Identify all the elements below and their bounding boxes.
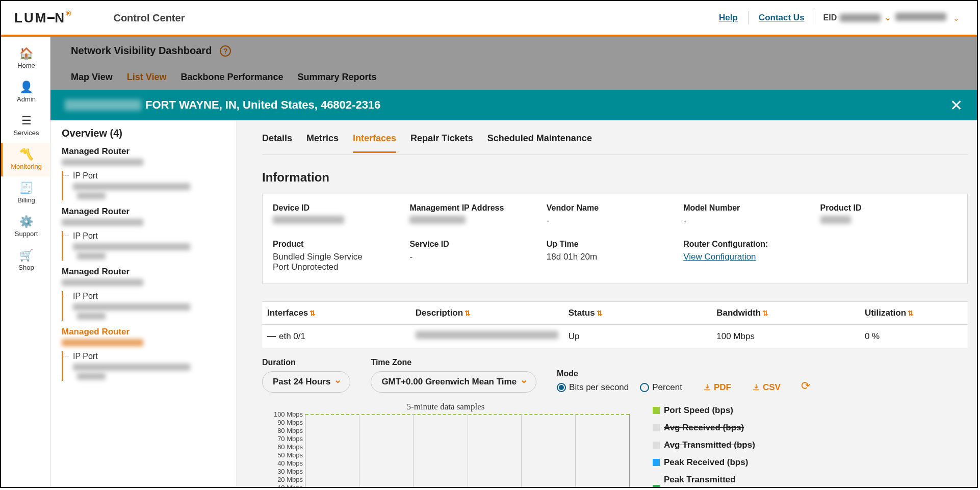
nav-services[interactable]: ☰ Services: [1, 109, 50, 143]
brand-label: Control Center: [113, 12, 185, 24]
info-value: -: [409, 252, 546, 262]
router-item-active[interactable]: Managed Router: [62, 327, 227, 346]
ip-port-item[interactable]: IP Port: [73, 171, 227, 200]
nav-billing[interactable]: 🧾 Billing: [1, 176, 50, 210]
mgmt-ip-redacted: [409, 216, 466, 224]
legend-item[interactable]: Avg Received (bps): [653, 419, 759, 436]
router-label: Managed Router: [62, 327, 227, 337]
col-interfaces[interactable]: Interfaces⇅: [262, 302, 410, 325]
chart: 5-minute data samples 100 Mbps: [262, 402, 629, 487]
modal-address: FORT WAYNE, IN, United States, 46802-231…: [145, 98, 380, 112]
help-link[interactable]: Help: [719, 13, 738, 23]
chart-title: 5-minute data samples: [407, 402, 485, 412]
contact-link[interactable]: Contact Us: [759, 13, 805, 23]
info-label: Device ID: [273, 203, 409, 213]
info-box: Device ID Management IP Address Vendor N…: [262, 194, 968, 284]
cell-util: 0 %: [860, 325, 968, 348]
cell-bw: 100 Mbps: [711, 325, 860, 348]
device-id-redacted: [273, 216, 344, 224]
router-item[interactable]: Managed Router: [62, 146, 227, 166]
user-dropdown[interactable]: ⌄: [895, 13, 964, 23]
view-configuration-link[interactable]: View Configuration: [683, 252, 756, 262]
ip-port-item[interactable]: IP Port: [73, 231, 227, 261]
nav-support[interactable]: ⚙️ Support: [1, 210, 50, 244]
y-tick: 40 Mbps: [277, 459, 303, 467]
nav-monitoring[interactable]: 〽️ Monitoring: [1, 143, 50, 176]
refresh-icon[interactable]: ⟳: [801, 379, 810, 393]
swatch-icon: [653, 407, 660, 414]
mode-bits-radio[interactable]: Bits per second: [557, 382, 629, 393]
nav-home[interactable]: 🏠 Home: [1, 42, 50, 75]
ip-port-item[interactable]: IP Port: [73, 291, 227, 321]
close-icon[interactable]: ✕: [950, 96, 963, 114]
modal-main: Details Metrics Interfaces Repair Ticket…: [237, 120, 977, 487]
info-label: Up Time: [547, 240, 683, 249]
cart-icon: 🛒: [19, 249, 33, 262]
swatch-icon: [653, 424, 660, 431]
tab-metrics[interactable]: Metrics: [306, 128, 339, 153]
product-id-redacted: [820, 216, 851, 224]
ipport-id-redacted: [77, 252, 106, 260]
legend-item[interactable]: Peak Received (bps): [653, 454, 759, 471]
topbar: LUMN® Control Center Help Contact Us EID…: [1, 1, 977, 37]
download-pdf[interactable]: PDF: [703, 382, 731, 393]
sort-icon: ⇅: [908, 309, 914, 317]
ip-port-item[interactable]: IP Port: [73, 351, 227, 381]
tab-scheduled-maintenance[interactable]: Scheduled Maintenance: [487, 128, 592, 153]
y-tick: 50 Mbps: [277, 451, 303, 459]
router-item[interactable]: Managed Router: [62, 267, 227, 286]
col-utilization[interactable]: Utilization⇅: [860, 302, 968, 325]
info-label: Management IP Address: [409, 203, 546, 213]
tab-repair-tickets[interactable]: Repair Tickets: [410, 128, 473, 153]
sort-icon: ⇅: [762, 309, 768, 317]
download-icon: [752, 383, 761, 392]
col-bandwidth[interactable]: Bandwidth⇅: [711, 302, 860, 325]
mode-label: Mode: [557, 369, 682, 378]
info-value: 18d 01h 20m: [547, 252, 683, 262]
radio-icon: [640, 383, 649, 392]
timezone-dropdown[interactable]: GMT+0.00 Greenwich Mean Time: [371, 371, 536, 393]
ipport-label: IP Port: [73, 231, 98, 240]
modal-sidebar[interactable]: Overview (4) Managed Router IP Port Mana…: [50, 120, 237, 487]
detail-tabs: Details Metrics Interfaces Repair Ticket…: [262, 126, 968, 155]
legend-item[interactable]: Avg Transmitted (bps): [653, 436, 759, 454]
duration-dropdown[interactable]: Past 24 Hours: [262, 371, 350, 393]
logo: LUMN®: [14, 10, 72, 26]
user-icon: 👤: [19, 81, 33, 94]
download-csv[interactable]: CSV: [752, 382, 781, 393]
mode-percent-radio[interactable]: Percent: [640, 382, 682, 393]
col-status[interactable]: Status⇅: [563, 302, 712, 325]
legend-item[interactable]: Port Speed (bps): [653, 402, 759, 419]
nav-shop[interactable]: 🛒 Shop: [1, 244, 50, 277]
router-label: Managed Router: [62, 207, 227, 217]
info-value: Bundled Single Service Port Unprotected: [273, 252, 375, 272]
divider: [815, 11, 815, 24]
y-tick: 60 Mbps: [277, 443, 303, 451]
router-id-redacted: [62, 279, 143, 286]
sort-icon: ⇅: [597, 309, 603, 317]
chart-legend[interactable]: Port Speed (bps) Avg Received (bps) Avg …: [653, 402, 765, 487]
modal-header: FORT WAYNE, IN, United States, 46802-231…: [50, 90, 977, 120]
tab-backbone[interactable]: Backbone Performance: [180, 72, 283, 83]
ipport-label: IP Port: [73, 171, 98, 180]
tab-interfaces[interactable]: Interfaces: [353, 128, 396, 153]
radio-icon: [557, 383, 566, 392]
router-item[interactable]: Managed Router: [62, 207, 227, 226]
y-tick: 90 Mbps: [277, 419, 303, 426]
sidebar-hscroll[interactable]: [62, 387, 227, 395]
help-icon[interactable]: ?: [220, 45, 231, 57]
nav-admin[interactable]: 👤 Admin: [1, 75, 50, 109]
collapse-icon[interactable]: —: [267, 331, 276, 341]
info-label: Product ID: [820, 203, 957, 213]
tab-details[interactable]: Details: [262, 128, 292, 153]
col-description[interactable]: Description⇅: [410, 302, 563, 325]
legend-item[interactable]: Peak Transmitted (bps): [653, 471, 759, 487]
tab-summary[interactable]: Summary Reports: [297, 72, 376, 83]
cell-desc-redacted: [416, 331, 558, 339]
tab-map-view[interactable]: Map View: [71, 72, 113, 83]
y-tick: 10 Mbps: [277, 484, 303, 487]
tab-list-view[interactable]: List View: [127, 72, 167, 83]
table-row[interactable]: —eth 0/1 Up 100 Mbps 0 %: [262, 325, 968, 348]
cell-if: eth 0/1: [279, 331, 305, 341]
eid-dropdown[interactable]: EID ⌄: [823, 13, 896, 22]
